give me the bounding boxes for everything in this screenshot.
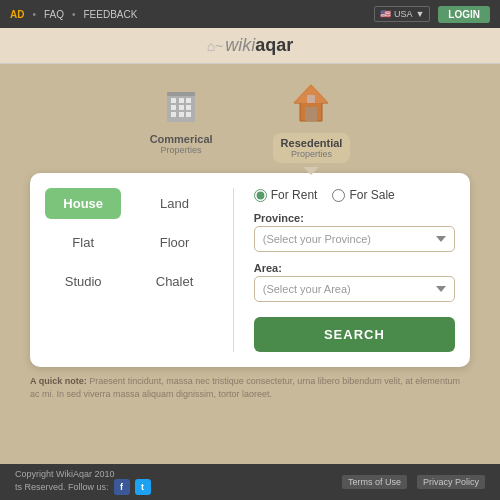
sale-input[interactable] — [332, 189, 345, 202]
rent-sale-group: For Rent For Sale — [254, 188, 455, 202]
header-right: 🇺🇸 USA ▼ LOGIN — [374, 6, 490, 23]
terms-link[interactable]: Terms of Use — [342, 475, 407, 489]
quick-note-text: Praesent tincidunt, massa nec tristique … — [30, 376, 460, 399]
copyright: Copyright WikiAqar 2010 — [15, 469, 151, 479]
land-type[interactable]: Land — [136, 188, 212, 219]
svg-rect-14 — [305, 107, 317, 121]
building-icon — [156, 79, 206, 129]
footer: Copyright WikiAqar 2010 ts Reserved. Fol… — [0, 464, 500, 500]
logo-wiki: wiki — [225, 35, 255, 55]
residential-tab[interactable]: Resedential Properties — [273, 79, 351, 163]
area-label: Area: — [254, 262, 455, 274]
dropdown-arrow-icon: ▼ — [415, 9, 424, 19]
search-button[interactable]: SEARCH — [254, 317, 455, 352]
commercial-label: Commerical — [150, 133, 213, 145]
area-field: Area: (Select your Area) — [254, 262, 455, 302]
country-selector[interactable]: 🇺🇸 USA ▼ — [374, 6, 430, 22]
search-options: For Rent For Sale Province: (Select your… — [254, 188, 455, 352]
residential-highlight: Resedential Properties — [273, 133, 351, 163]
area-select[interactable]: (Select your Area) — [254, 276, 455, 302]
footer-follow: ts Reserved. Follow us: f t — [15, 479, 151, 495]
logo-bar: ⌂~ wikiaqar — [0, 28, 500, 64]
faq-link[interactable]: FAQ — [44, 9, 64, 20]
house-icon — [286, 79, 336, 129]
province-label: Province: — [254, 212, 455, 224]
footer-left: Copyright WikiAqar 2010 ts Reserved. Fol… — [15, 469, 151, 495]
logo-text: wikiaqar — [225, 35, 293, 56]
svg-rect-9 — [179, 112, 184, 117]
svg-rect-10 — [186, 112, 191, 117]
commercial-sub: Properties — [161, 145, 202, 155]
facebook-icon[interactable]: f — [114, 479, 130, 495]
commercial-tab[interactable]: Commerical Properties — [150, 79, 213, 163]
floor-type[interactable]: Floor — [136, 227, 212, 258]
residential-sub: Properties — [281, 149, 343, 159]
for-rent-radio[interactable]: For Rent — [254, 188, 318, 202]
feedback-link[interactable]: FEEDBACK — [84, 9, 138, 20]
house-type[interactable]: House — [45, 188, 121, 219]
svg-rect-1 — [167, 92, 195, 96]
panel-divider — [233, 188, 234, 352]
residential-label: Resedential — [281, 137, 343, 149]
copyright-text: Co — [15, 469, 27, 479]
login-button[interactable]: LOGIN — [438, 6, 490, 23]
chalet-type[interactable]: Chalet — [136, 266, 212, 297]
svg-marker-16 — [292, 83, 330, 103]
svg-rect-6 — [179, 105, 184, 110]
property-types-grid: House Land Flat Floor Studio Chalet — [45, 188, 213, 352]
privacy-link[interactable]: Privacy Policy — [417, 475, 485, 489]
header-left: AD • FAQ • FEEDBACK — [10, 9, 137, 20]
quick-note-label: A quick note: — [30, 376, 87, 386]
main-content: Commerical Properties Resedential Proper… — [0, 64, 500, 410]
header: AD • FAQ • FEEDBACK 🇺🇸 USA ▼ LOGIN — [0, 0, 500, 28]
svg-rect-7 — [186, 105, 191, 110]
svg-rect-8 — [171, 112, 176, 117]
country-label: USA — [394, 9, 413, 19]
twitter-icon[interactable]: t — [135, 479, 151, 495]
flat-type[interactable]: Flat — [45, 227, 121, 258]
ad-label[interactable]: AD — [10, 9, 24, 20]
rent-input[interactable] — [254, 189, 267, 202]
property-type-tabs: Commerical Properties Resedential Proper… — [20, 74, 480, 168]
svg-rect-5 — [171, 105, 176, 110]
search-panel: House Land Flat Floor Studio Chalet For … — [30, 173, 470, 367]
province-field: Province: (Select your Province) — [254, 212, 455, 252]
svg-rect-3 — [179, 98, 184, 103]
svg-rect-4 — [186, 98, 191, 103]
logo-icon: ⌂~ — [207, 38, 224, 54]
quick-note: A quick note: Praesent tincidunt, massa … — [30, 375, 470, 400]
province-select[interactable]: (Select your Province) — [254, 226, 455, 252]
footer-right: Terms of Use Privacy Policy — [342, 475, 485, 489]
logo-aqar: aqar — [255, 35, 293, 55]
for-sale-radio[interactable]: For Sale — [332, 188, 394, 202]
studio-type[interactable]: Studio — [45, 266, 121, 297]
svg-rect-2 — [171, 98, 176, 103]
flag-icon: 🇺🇸 — [380, 9, 391, 19]
